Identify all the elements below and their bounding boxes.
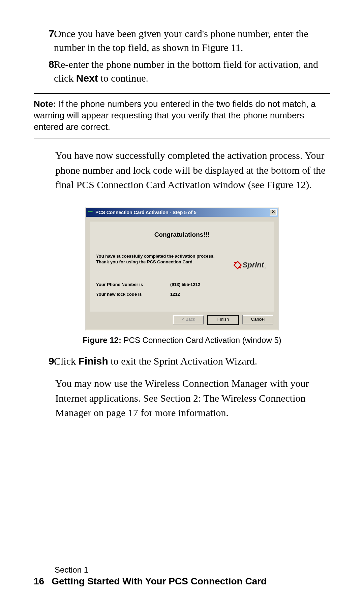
step-text-b: to continue. <box>98 73 148 84</box>
paragraph-success: You have now successfully completed the … <box>55 148 330 192</box>
cancel-button[interactable]: Cancel <box>242 315 273 324</box>
step-text: Click Finish to exit the Sprint Activati… <box>54 354 330 368</box>
sprint-wordmark: Sprint <box>243 261 264 269</box>
step-bold: Next <box>76 73 98 84</box>
step-text-a: Click <box>54 355 79 367</box>
step-number: 7. <box>34 27 54 54</box>
step-text-b: to exit the Sprint Activation Wizard. <box>108 355 257 367</box>
phone-number-value: (913) 555-1212 <box>170 282 200 287</box>
figure-caption-label: Figure 12: <box>83 336 123 345</box>
figure-12: PCS Connection Card Activation - Step 5 … <box>34 208 330 330</box>
note-text: If the phone numbers you entered in the … <box>34 99 316 132</box>
sprint-dot: . <box>265 264 266 269</box>
finish-button[interactable]: Finish <box>207 315 239 325</box>
phone-number-row: Your Phone Number is (913) 555-1212 <box>96 282 268 287</box>
activation-dialog: PCS Connection Card Activation - Step 5 … <box>86 208 278 330</box>
close-button[interactable]: ✕ <box>270 209 277 215</box>
dialog-title: PCS Connection Card Activation - Step 5 … <box>95 210 270 215</box>
ordered-list-top: 7. Once you have been given your card's … <box>34 27 330 85</box>
dialog-body: Congratulations!!! You have successfully… <box>90 222 274 312</box>
step-number: 9. <box>34 354 54 368</box>
figure-caption: Figure 12: PCS Connection Card Activatio… <box>34 336 330 345</box>
ordered-list-bottom: 9. Click Finish to exit the Sprint Activ… <box>34 354 330 368</box>
step-9: 9. Click Finish to exit the Sprint Activ… <box>34 354 330 368</box>
dialog-title-bar: PCS Connection Card Activation - Step 5 … <box>86 208 278 217</box>
note-box: Note: If the phone numbers you entered i… <box>34 93 330 139</box>
footer-section: Section 1 <box>55 565 267 575</box>
page-footer: Section 1 16Getting Started With Your PC… <box>34 565 267 587</box>
lock-code-value: 1212 <box>170 292 180 297</box>
dialog-button-row: < Back Finish Cancel <box>86 315 278 330</box>
document-page: 7. Once you have been given your card's … <box>0 0 364 607</box>
figure-caption-text: PCS Connection Card Activation (window 5… <box>124 336 281 345</box>
back-button: < Back <box>173 315 204 324</box>
step-number: 8. <box>34 58 54 85</box>
lock-code-label: Your new lock code is <box>96 292 170 297</box>
phone-number-label: Your Phone Number is <box>96 282 170 287</box>
sprint-logo: Sprint. <box>235 261 266 269</box>
step-text: Re-enter the phone number in the bottom … <box>54 58 330 85</box>
lock-code-row: Your new lock code is 1212 <box>96 292 268 297</box>
step-text: Once you have been given your card's pho… <box>54 27 330 54</box>
note-label: Note: <box>34 99 59 109</box>
sprint-diamond-icon <box>233 261 242 269</box>
app-icon <box>88 211 93 214</box>
footer-title: Getting Started With Your PCS Connection… <box>52 576 267 586</box>
congrats-heading: Congratulations!!! <box>96 231 268 238</box>
page-number: 16 <box>34 576 44 586</box>
success-message: You have successfully completed the acti… <box>96 253 221 265</box>
paragraph-after: You may now use the Wireless Connection … <box>55 376 330 420</box>
step-8: 8. Re-enter the phone number in the bott… <box>34 58 330 85</box>
footer-line: 16Getting Started With Your PCS Connecti… <box>34 576 267 587</box>
step-bold: Finish <box>79 355 108 367</box>
step-7: 7. Once you have been given your card's … <box>34 27 330 54</box>
